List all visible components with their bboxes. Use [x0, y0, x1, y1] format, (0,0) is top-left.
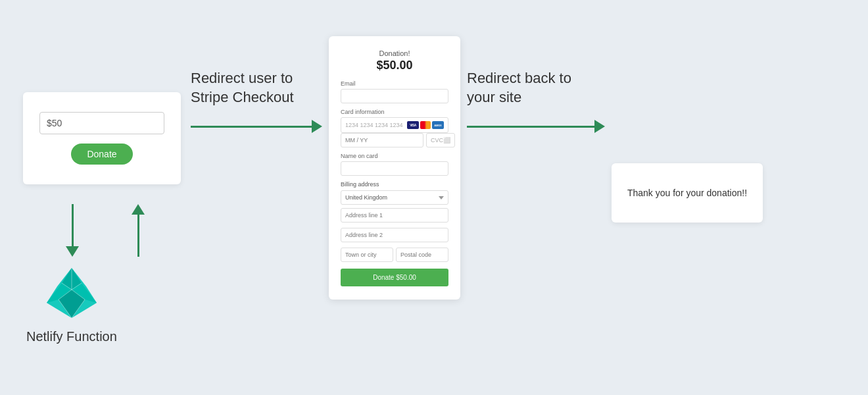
stripe-city-input[interactable]: [341, 248, 393, 262]
stripe-email-input[interactable]: [341, 89, 448, 103]
arrow-down: [66, 204, 79, 257]
name-on-card-label: Name on card: [341, 153, 448, 159]
arrow-up: [132, 204, 145, 257]
stripe-amount: $50.00: [341, 59, 448, 72]
donate-button[interactable]: Donate: [71, 144, 132, 165]
card-info-label: Card information: [341, 109, 448, 115]
netlify-section: Netlify Function: [26, 263, 117, 344]
arrow-left-column: Redirect user to Stripe Checkout: [191, 20, 322, 133]
main-layout: Donate: [0, 0, 868, 395]
donation-widget: Donate: [23, 92, 181, 184]
stripe-cvc-field[interactable]: CVC ⬜: [426, 133, 455, 147]
netlify-logo-icon: [42, 263, 101, 323]
visa-icon: VISA: [407, 121, 419, 129]
arrow-line: [191, 126, 312, 128]
netlify-label: Netlify Function: [26, 329, 117, 344]
billing-address-label: Billing address: [341, 181, 448, 188]
cvc-placeholder: CVC: [431, 137, 443, 144]
donation-amount-input[interactable]: [39, 112, 164, 134]
amex-icon: AMEX: [432, 121, 444, 129]
arrow-line-2: [467, 126, 594, 128]
arrow-down-line: [72, 204, 74, 246]
arrow-up-head: [132, 204, 145, 215]
redirect-stripe-label: Redirect user to Stripe Checkout: [191, 69, 294, 107]
stripe-card-number-field[interactable]: 1234 1234 1234 1234 VISA AMEX: [341, 117, 448, 133]
redirect-site-label: Redirect back to your site: [467, 69, 571, 107]
stripe-column: Donation! $50.00 Email Card information …: [329, 20, 460, 300]
stripe-postal-input[interactable]: [396, 248, 448, 262]
card-number-placeholder: 1234 1234 1234 1234: [345, 122, 403, 128]
city-postal-row: [341, 248, 448, 262]
stripe-name-input[interactable]: [341, 161, 448, 176]
stripe-checkout-card: Donation! $50.00 Email Card information …: [329, 36, 460, 300]
stripe-address2-input[interactable]: [341, 228, 448, 242]
arrow-head-2: [594, 120, 605, 133]
stripe-donate-button[interactable]: Donate $50.00: [341, 269, 448, 286]
widget-column: Donate: [20, 20, 184, 344]
expiry-cvc-row: CVC ⬜: [341, 133, 448, 147]
arrow-down-head: [66, 246, 79, 257]
arrow-right-column: Redirect back to your site: [467, 20, 605, 133]
stripe-country-select[interactable]: United Kingdom: [341, 190, 448, 205]
arrow-head: [312, 120, 322, 133]
stripe-title: Donation!: [341, 49, 448, 57]
arrow-up-line: [137, 215, 139, 257]
email-label: Email: [341, 80, 448, 87]
thankyou-column: Thank you for your donation!!: [612, 20, 763, 223]
vertical-arrows-container: [66, 204, 145, 257]
arrow-right-indicator: [191, 120, 322, 133]
card-brand-icons: VISA AMEX: [407, 121, 444, 129]
cvc-icon: ⬜: [443, 137, 450, 144]
thankyou-card: Thank you for your donation!!: [612, 163, 763, 223]
arrow-right-indicator-2: [467, 120, 605, 133]
thankyou-text: Thank you for your donation!!: [627, 188, 747, 198]
stripe-expiry-input[interactable]: [341, 133, 423, 147]
mastercard-icon: [420, 121, 431, 129]
stripe-address1-input[interactable]: [341, 208, 448, 223]
